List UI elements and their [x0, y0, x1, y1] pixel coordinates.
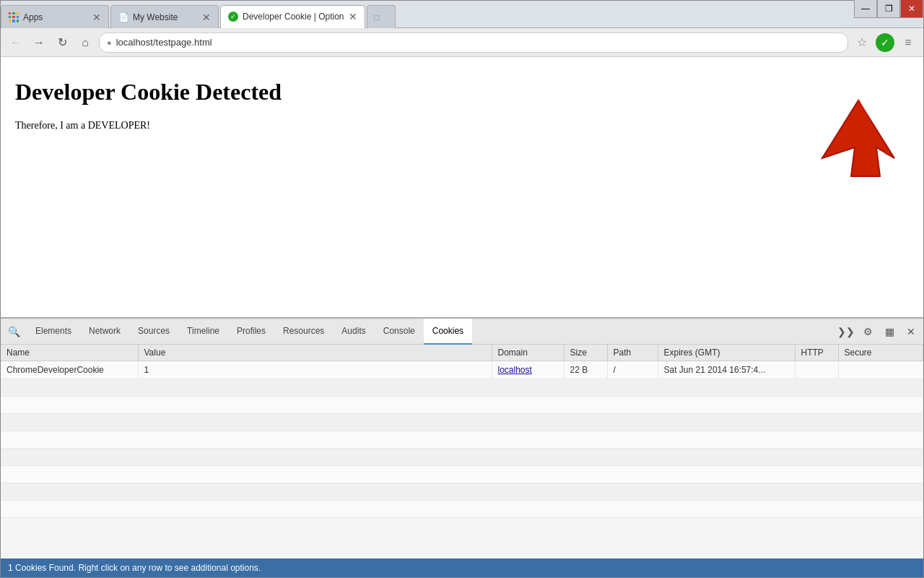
status-text: 1 Cookies Found. Right click on any row …: [8, 563, 261, 573]
cookie-row-4: [1, 414, 923, 431]
cookie-expires: Sat Jun 21 2014 16:57:4...: [658, 361, 795, 379]
reload-button[interactable]: ↻: [53, 33, 71, 52]
minimize-button[interactable]: —: [854, 0, 877, 18]
devtools-tab-audits[interactable]: Audits: [333, 319, 374, 345]
cookie-domain: localhost: [492, 361, 564, 379]
cookie-row-3: [1, 397, 923, 414]
tab-bar: Apps ✕ 📄 My Website ✕ ✓ Developer Cookie…: [1, 1, 923, 28]
browser-window: Apps ✕ 📄 My Website ✕ ✓ Developer Cookie…: [0, 0, 924, 578]
close-button[interactable]: ✕: [900, 0, 923, 18]
devtools-dock-button[interactable]: ▦: [880, 322, 899, 341]
col-header-name[interactable]: Name: [1, 345, 138, 361]
devtools-settings-button[interactable]: ⚙: [858, 322, 877, 341]
devtools-tab-network[interactable]: Network: [80, 319, 129, 345]
forward-button[interactable]: →: [30, 33, 48, 52]
tab-dev-cookie-label: Developer Cookie | Option: [243, 12, 344, 22]
devtools-tab-cookies[interactable]: Cookies: [424, 319, 472, 345]
back-button[interactable]: ←: [6, 33, 25, 52]
col-header-value[interactable]: Value: [138, 345, 492, 361]
cookie-table: Name Value Domain Size Path Expires (GMT…: [1, 345, 923, 558]
devtools-tab-elements[interactable]: Elements: [27, 319, 80, 345]
col-header-http[interactable]: HTTP: [795, 345, 838, 361]
cookie-row-6: [1, 449, 923, 466]
page-body-text: Therefore, I am a DEVELOPER!: [15, 120, 909, 131]
cookie-row-5: [1, 431, 923, 449]
maximize-button[interactable]: ❐: [877, 0, 900, 18]
tab-apps-close[interactable]: ✕: [92, 12, 101, 23]
tab-my-website-label: My Website: [133, 12, 178, 22]
menu-button[interactable]: ≡: [899, 33, 918, 52]
browser-content: Developer Cookie Detected Therefore, I a…: [1, 57, 923, 577]
devtools-console-toggle[interactable]: ❯❯: [837, 322, 855, 341]
tab-my-website-close[interactable]: ✕: [202, 12, 211, 23]
cookie-http: [795, 361, 838, 379]
cookie-secure: [838, 361, 923, 379]
col-header-size[interactable]: Size: [564, 345, 607, 361]
col-header-domain[interactable]: Domain: [492, 345, 564, 361]
devtools-tab-console[interactable]: Console: [375, 319, 424, 345]
ext-tab-icon: ✓: [228, 12, 238, 22]
col-header-path[interactable]: Path: [607, 345, 658, 361]
apps-grid-icon: [9, 12, 19, 22]
cookie-row-1[interactable]: ChromeDeveloperCookie 1 localhost 22 B /…: [1, 361, 923, 379]
devtools-status-bar: 1 Cookies Found. Right click on any row …: [1, 558, 923, 577]
col-header-secure[interactable]: Secure: [838, 345, 923, 361]
page-body: Developer Cookie Detected Therefore, I a…: [1, 57, 923, 317]
devtools-tab-profiles[interactable]: Profiles: [228, 319, 274, 345]
devtools-tab-timeline[interactable]: Timeline: [178, 319, 228, 345]
tab-apps[interactable]: Apps ✕: [1, 5, 109, 28]
url-text: localhost/testpage.html: [116, 37, 840, 48]
page-icon: 📄: [118, 12, 128, 22]
tab-my-website[interactable]: 📄 My Website ✕: [110, 5, 219, 28]
cookie-value: 1: [138, 361, 492, 379]
devtools-search-button[interactable]: 🔍: [4, 322, 24, 342]
col-header-expires[interactable]: Expires (GMT): [658, 345, 795, 361]
cookie-path: /: [607, 361, 658, 379]
tab-apps-label: Apps: [23, 12, 43, 22]
devtools-close-button[interactable]: ✕: [902, 322, 920, 341]
devtools-controls: ❯❯ ⚙ ▦ ✕: [837, 322, 920, 341]
devtools-tab-resources[interactable]: Resources: [274, 319, 333, 345]
new-tab-icon: □: [375, 13, 380, 22]
extension-icon[interactable]: ✓: [876, 33, 894, 52]
tab-new[interactable]: □: [367, 5, 396, 28]
address-bar-right: ☆ ✓ ≡: [853, 33, 918, 52]
cookie-row-2: [1, 379, 923, 397]
window-controls: — ❐ ✕: [854, 0, 923, 18]
url-box[interactable]: ● localhost/testpage.html: [99, 33, 848, 53]
devtools-tab-bar: 🔍 Elements Network Sources Timeline Prof…: [1, 319, 923, 345]
address-bar: ← → ↻ ⌂ ● localhost/testpage.html ☆ ✓ ≡: [1, 28, 923, 57]
cookie-row-9: [1, 501, 923, 518]
devtools-panel: 🔍 Elements Network Sources Timeline Prof…: [1, 317, 923, 577]
home-button[interactable]: ⌂: [76, 33, 95, 52]
cookie-row-8: [1, 483, 923, 501]
cookies-data-table: Name Value Domain Size Path Expires (GMT…: [1, 345, 923, 518]
cookie-size: 22 B: [564, 361, 607, 379]
bookmark-button[interactable]: ☆: [853, 33, 871, 52]
page-title: Developer Cookie Detected: [15, 79, 909, 105]
cookie-name: ChromeDeveloperCookie: [1, 361, 138, 379]
tab-dev-cookie[interactable]: ✓ Developer Cookie | Option ✕: [220, 5, 365, 28]
cookie-domain-link[interactable]: localhost: [498, 365, 532, 375]
url-lock-icon: ●: [107, 38, 112, 47]
devtools-tab-sources[interactable]: Sources: [129, 319, 178, 345]
cookie-row-7: [1, 466, 923, 483]
tab-dev-cookie-close[interactable]: ✕: [349, 11, 357, 22]
